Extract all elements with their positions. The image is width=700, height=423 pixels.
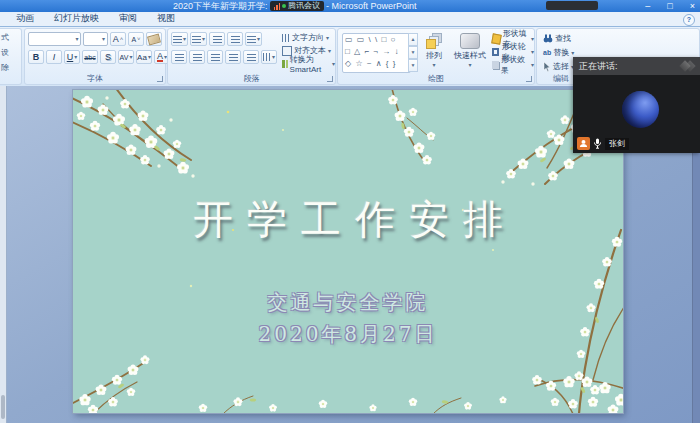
underline-button[interactable]: U▾ — [64, 50, 80, 64]
find-button[interactable]: 查找 — [543, 33, 699, 44]
drawing-dialog-launcher[interactable] — [526, 76, 532, 82]
speaking-label: 正在讲话: — [579, 60, 618, 73]
group-label-font: 字体 — [25, 73, 165, 84]
shapes-gallery-scroll: ▲ ▼ ▼ — [408, 33, 418, 71]
app-title: - Microsoft PowerPoint — [326, 0, 417, 12]
columns-button[interactable]: ▾ — [261, 50, 277, 64]
smartart-icon — [282, 60, 288, 68]
slides-panel-edge[interactable] — [0, 86, 7, 423]
left-scrollbar-thumb[interactable] — [1, 395, 5, 419]
document-title: 2020下半年新学期开学: — [173, 0, 268, 12]
strikethrough-button[interactable]: abc — [82, 50, 98, 64]
align-left-button[interactable] — [171, 50, 187, 64]
ribbon-tab-row: 动画 幻灯片放映 审阅 视图 ? — [0, 12, 700, 27]
arrange-button[interactable]: 排列▾ — [426, 33, 442, 68]
group-label-drawing: 绘图 — [338, 73, 534, 84]
shapes-scroll-down-button[interactable]: ▼ — [408, 46, 418, 59]
increase-indent-button[interactable] — [227, 32, 243, 46]
character-spacing-button[interactable]: AV▾ — [118, 50, 134, 64]
numbering-icon — [192, 36, 201, 43]
quick-styles-button[interactable]: 快速样式▾ — [454, 33, 486, 68]
justify-button[interactable] — [225, 50, 241, 64]
font-name-combo[interactable]: ▾ — [28, 32, 81, 46]
bullets-button[interactable]: ▾ — [171, 32, 188, 46]
slide-subtitle[interactable]: 交通与安全学院 — [73, 289, 623, 316]
shape-effects-icon — [492, 61, 499, 69]
microphone-icon — [593, 138, 602, 149]
window-controls: – □ × — [645, 0, 695, 12]
shrink-font-button[interactable]: A˅ — [128, 32, 144, 46]
text-shadow-button[interactable]: S — [100, 50, 116, 64]
grow-font-button[interactable]: A˄ — [110, 32, 126, 46]
minimize-button[interactable]: – — [645, 0, 650, 12]
font-size-combo[interactable]: ▾ — [83, 32, 108, 46]
distribute-icon — [247, 54, 256, 61]
shapes-scroll-up-button[interactable]: ▲ — [408, 33, 418, 46]
find-binoculars-icon — [543, 34, 553, 43]
paragraph-dialog-launcher[interactable] — [327, 76, 333, 82]
align-left-icon — [175, 54, 184, 61]
line-spacing-button[interactable]: ▾ — [245, 32, 262, 46]
meeting-status-badge[interactable]: 腾讯会议 — [270, 1, 325, 11]
bold-button[interactable]: B — [28, 50, 44, 64]
align-center-icon — [193, 54, 202, 61]
select-cursor-icon — [543, 62, 551, 72]
text-direction-icon — [282, 34, 290, 42]
slide-title[interactable]: 开学工作安排 — [73, 192, 623, 247]
maximize-button[interactable]: □ — [667, 0, 672, 12]
text-direction-button[interactable]: 文字方向▾ — [282, 32, 335, 43]
bullets-icon — [173, 36, 182, 43]
shapes-row-3[interactable]: ◇ ☆ ~ ∧ { } — [345, 58, 408, 70]
tencent-meeting-logo-icon — [681, 62, 694, 70]
distribute-button[interactable] — [243, 50, 259, 64]
group-label-paragraph: 段落 — [168, 73, 335, 84]
quick-styles-icon — [460, 33, 480, 49]
font-dialog-launcher[interactable] — [157, 76, 163, 82]
align-right-button[interactable] — [207, 50, 223, 64]
shapes-row-2[interactable]: □ △ ⌐ ¬ → ↓ — [345, 46, 408, 58]
convert-smartart-button[interactable]: 转换为 SmartArt▾ — [282, 58, 335, 69]
meeting-badge-label: 腾讯会议 — [288, 0, 320, 12]
layout-button-fragment[interactable]: 式 — [1, 32, 19, 43]
meeting-panel-header: 正在讲话: — [573, 57, 700, 75]
host-badge-icon — [577, 137, 590, 150]
group-font: ▾ ▾ A˄ A˅ B I U▾ abc S AV▾ Aa▾ A▾ 字体 — [24, 28, 166, 85]
slide-date[interactable]: 2020年8月27日 — [73, 321, 623, 348]
change-case-button[interactable]: Aa▾ — [136, 50, 152, 64]
columns-icon — [263, 53, 271, 61]
align-right-icon — [211, 54, 220, 61]
slide-canvas[interactable]: 开学工作安排 交通与安全学院 2020年8月27日 — [73, 90, 623, 413]
participant-name: 张剑 — [605, 138, 629, 150]
arrange-icon — [426, 33, 442, 49]
meeting-live-dot-icon — [282, 4, 286, 8]
shapes-gallery[interactable]: ▭ ▭ \ \ □ ○ □ △ ⌐ ¬ → ↓ ◇ ☆ ~ ∧ { } — [342, 33, 411, 73]
italic-button[interactable]: I — [46, 50, 62, 64]
help-button[interactable]: ? — [683, 14, 695, 26]
tab-animations[interactable]: 动画 — [6, 12, 44, 25]
tab-review[interactable]: 审阅 — [109, 12, 147, 25]
meeting-floating-bar[interactable] — [546, 1, 598, 10]
shape-effects-button[interactable]: 形状效果▾ — [492, 59, 534, 70]
shapes-more-button[interactable]: ▼ — [408, 59, 418, 72]
participant-avatar — [622, 91, 659, 128]
align-center-button[interactable] — [189, 50, 205, 64]
volume-signal-icon — [274, 3, 281, 10]
tab-view[interactable]: 视图 — [147, 12, 185, 25]
delete-button-fragment[interactable]: 除 — [1, 62, 19, 73]
clear-formatting-button[interactable] — [146, 32, 162, 46]
tab-slideshow[interactable]: 幻灯片放映 — [44, 12, 109, 25]
reset-button-fragment[interactable]: 设 — [1, 47, 19, 58]
close-button[interactable]: × — [690, 0, 695, 12]
decrease-indent-button[interactable] — [209, 32, 225, 46]
numbering-button[interactable]: ▾ — [190, 32, 207, 46]
group-paragraph: ▾ ▾ ▾ ▾ 文字方向 — [167, 28, 336, 85]
decrease-indent-icon — [213, 36, 222, 43]
person-icon — [579, 139, 588, 148]
shape-fill-icon — [491, 33, 501, 44]
meeting-video-panel[interactable]: 正在讲话: 张剑 — [573, 57, 700, 153]
group-slides-cutoff: 式 设 除 — [0, 28, 22, 85]
participant-video[interactable]: 张剑 — [573, 75, 700, 153]
line-spacing-icon — [247, 36, 256, 43]
window-title: 2020下半年新学期开学: 腾讯会议 - Microsoft PowerPoin… — [173, 0, 417, 12]
shapes-row-1[interactable]: ▭ ▭ \ \ □ ○ — [345, 34, 408, 46]
